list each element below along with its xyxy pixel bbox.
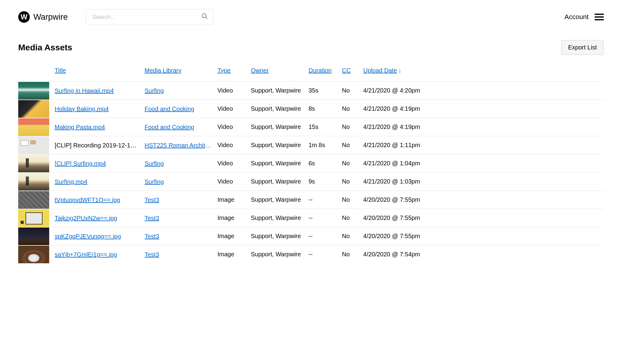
title-cell: [CLIP] Recording 2019-12-13 15… [49,136,142,154]
media-thumbnail[interactable] [18,136,49,154]
title-cell: Surfing in Hawaii.mp4 [49,82,142,100]
media-thumbnail[interactable] [18,191,49,209]
table-row: Surfing in Hawaii.mp4SurfingVideoSupport… [18,82,604,100]
duration-cell: -- [306,191,340,209]
table-row: Surfing.mp4SurfingVideoSupport, Warpwire… [18,173,604,191]
page-header: Media Assets Export List [18,40,604,55]
media-library-link[interactable]: Surfing [145,160,164,167]
media-library-link[interactable]: Test3 [145,233,159,240]
search-input[interactable] [86,9,214,25]
thumbnail-cell [18,118,49,136]
search-container [86,9,214,25]
media-assets-table: Title Media Library Type Owner Duration … [18,63,604,264]
duration-cell: 15s [306,118,340,136]
cc-cell: No [340,173,361,191]
media-library-link[interactable]: Food and Cooking [145,124,194,131]
thumbnail-cell [18,154,49,173]
media-library-link[interactable]: Test3 [145,197,159,204]
cc-cell: No [340,209,361,227]
type-cell: Video [215,136,248,154]
cc-cell: No [340,136,361,154]
type-cell: Image [215,209,248,227]
title-cell: Tajkzjg2PUxN2w==.jpg [49,209,142,227]
header-right: Account [565,13,604,21]
duration-cell: 9s [306,173,340,191]
table-row: Holiday Baking.mp4Food and CookingVideoS… [18,100,604,118]
owner-cell: Support, Warpwire [248,82,306,100]
search-icon[interactable] [201,13,208,21]
media-title-link[interactable]: Surfing.mp4 [55,178,87,185]
owner-cell: Support, Warpwire [248,136,306,154]
upload-date-cell: 4/21/2020 @ 1:03pm [361,173,604,191]
media-library-link[interactable]: Food and Cooking [145,106,194,113]
media-library-link[interactable]: Surfing [145,87,164,94]
brand-logo[interactable]: W Warpwire [18,11,68,23]
type-cell: Video [215,154,248,173]
column-type[interactable]: Type [215,63,248,82]
upload-date-cell: 4/20/2020 @ 7:55pm [361,227,604,245]
owner-cell: Support, Warpwire [248,245,306,264]
table-row: [CLIP] Recording 2019-12-13 15…HST225 Ro… [18,136,604,154]
column-cc[interactable]: CC [340,63,361,82]
cc-cell: No [340,154,361,173]
media-library-link[interactable]: HST225 Roman Architec… [145,142,211,149]
media-thumbnail[interactable] [18,246,49,263]
title-cell: Surfing.mp4 [49,173,142,191]
title-cell: tVptuopvdWFT1Q==.jpg [49,191,142,209]
owner-cell: Support, Warpwire [248,100,306,118]
media-thumbnail[interactable] [18,100,49,118]
hamburger-menu-icon[interactable] [595,14,604,20]
cc-cell: No [340,191,361,209]
column-upload-date[interactable]: Upload Date↓ [361,63,604,82]
upload-date-cell: 4/20/2020 @ 7:54pm [361,245,604,264]
sort-descending-icon: ↓ [398,67,401,74]
media-title-link[interactable]: Tajkzjg2PUxN2w==.jpg [55,215,117,222]
media-library-link[interactable]: Test3 [145,215,159,222]
title-cell: Holiday Baking.mp4 [49,100,142,118]
duration-cell: 35s [306,82,340,100]
duration-cell: -- [306,209,340,227]
cc-cell: No [340,118,361,136]
media-thumbnail[interactable] [18,155,49,172]
media-title-link[interactable]: saYjb+7GmlEj1g==.jpg [55,251,117,258]
owner-cell: Support, Warpwire [248,118,306,136]
column-owner[interactable]: Owner [248,63,306,82]
upload-date-cell: 4/21/2020 @ 1:04pm [361,154,604,173]
media-title-link[interactable]: Surfing in Hawaii.mp4 [55,87,114,94]
table-row: saYjb+7GmlEj1g==.jpgTest3ImageSupport, W… [18,245,604,264]
cc-cell: No [340,82,361,100]
media-library-link[interactable]: Surfing [145,178,164,185]
media-title-link[interactable]: Holiday Baking.mp4 [55,106,109,113]
table-header-row: Title Media Library Type Owner Duration … [18,63,604,82]
type-cell: Image [215,227,248,245]
column-duration[interactable]: Duration [306,63,340,82]
title-cell: saYjb+7GmlEj1g==.jpg [49,245,142,264]
column-title[interactable]: Title [49,63,142,82]
media-thumbnail[interactable] [18,173,49,190]
media-library-link[interactable]: Test3 [145,251,159,258]
cc-cell: No [340,227,361,245]
media-thumbnail[interactable] [18,82,49,99]
account-link[interactable]: Account [565,13,589,21]
owner-cell: Support, Warpwire [248,209,306,227]
thumbnail-cell [18,173,49,191]
svg-point-0 [202,14,206,18]
media-title-link[interactable]: Making Pasta.mp4 [55,124,105,131]
media-thumbnail[interactable] [18,118,49,136]
owner-cell: Support, Warpwire [248,227,306,245]
column-thumbnail [18,63,49,82]
duration-cell: 8s [306,100,340,118]
media-title-link[interactable]: [CLIP] Surfing.mp4 [55,160,106,167]
cc-cell: No [340,100,361,118]
media-title-link[interactable]: tVptuopvdWFT1Q==.jpg [55,197,120,204]
media-title-link[interactable]: spKZgqPJEVunqg==.jpg [55,233,121,240]
library-cell: Test3 [142,227,215,245]
library-cell: Test3 [142,209,215,227]
column-media-library[interactable]: Media Library [142,63,215,82]
media-thumbnail[interactable] [18,228,49,245]
warpwire-logo-icon: W [18,11,30,23]
export-list-button[interactable]: Export List [561,40,604,55]
thumbnail-cell [18,227,49,245]
duration-cell: -- [306,245,340,264]
media-thumbnail[interactable] [18,209,49,227]
